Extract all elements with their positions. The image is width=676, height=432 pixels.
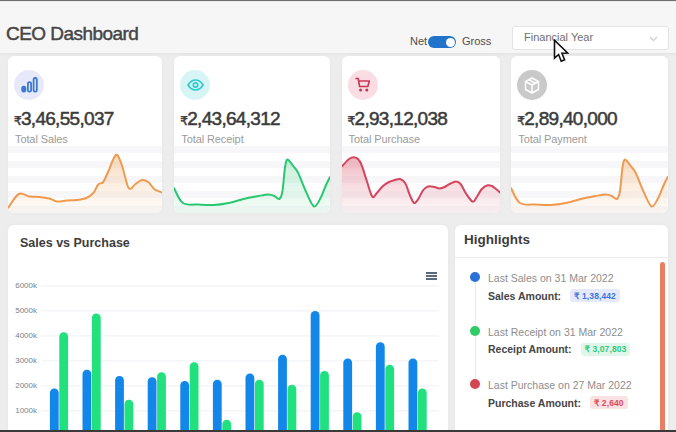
svg-text:1000k: 1000k	[15, 406, 38, 415]
svg-text:2000k: 2000k	[15, 381, 38, 390]
svg-text:3000k: 3000k	[15, 356, 38, 365]
svg-text:5000k: 5000k	[15, 306, 38, 315]
svg-text:4000k: 4000k	[15, 331, 38, 340]
svg-text:6000k: 6000k	[15, 281, 38, 290]
